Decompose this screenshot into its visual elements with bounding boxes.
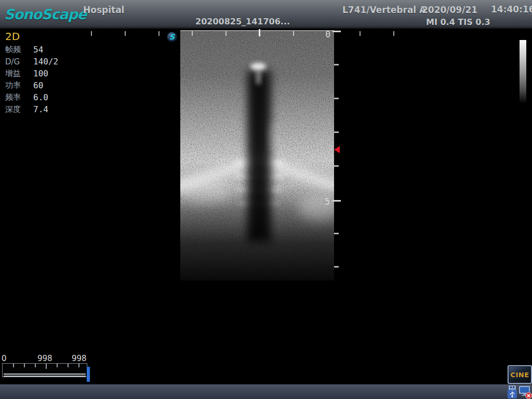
param-value: 60 xyxy=(33,81,43,90)
cine-tick xyxy=(35,364,36,367)
system-date: 2020/09/21 xyxy=(422,5,477,15)
depth-label-0: 0 xyxy=(325,29,330,39)
width-ruler-tick xyxy=(125,31,126,36)
cine-start-label: 0 xyxy=(2,354,7,363)
mode-label: 2D xyxy=(5,30,20,43)
hospital-name: Hospital xyxy=(83,5,124,15)
width-ruler-tick xyxy=(91,31,92,36)
param-label: 功率 xyxy=(5,81,33,90)
param-row-frequency: 频率 6.0 xyxy=(5,91,58,103)
depth-tick xyxy=(334,98,339,99)
usb-icon[interactable] xyxy=(507,385,518,399)
param-value: 140/2 xyxy=(33,57,58,66)
param-value: 7.4 xyxy=(33,104,48,114)
cine-tick xyxy=(57,364,58,367)
param-value: 54 xyxy=(33,45,43,55)
param-value: 6.0 xyxy=(33,92,48,102)
param-row-gain: 增益 100 xyxy=(5,68,58,79)
ultrasound-image xyxy=(180,30,334,281)
param-row-power: 功率 60 xyxy=(5,79,58,91)
param-row-dg: D/G 140/2 xyxy=(5,56,58,68)
cine-mid-label: 998 xyxy=(37,354,52,363)
sonoscape-logo: SonoScape xyxy=(4,6,86,22)
cine-position-cursor[interactable] xyxy=(87,367,90,382)
width-ruler-tick xyxy=(360,31,361,36)
width-ruler-tick xyxy=(225,31,227,36)
s-logo-badge: S xyxy=(167,32,177,42)
cine-scrollbar[interactable] xyxy=(2,363,87,377)
network-error-icon[interactable] xyxy=(518,385,532,399)
cine-tick xyxy=(24,364,25,367)
param-label: 频率 xyxy=(5,92,33,102)
focus-position-marker[interactable] xyxy=(334,146,340,153)
param-label: 深度 xyxy=(5,104,33,114)
width-ruler-center-tick xyxy=(259,29,260,36)
cine-end-label: 998 xyxy=(72,354,87,363)
grayscale-bar xyxy=(520,40,526,103)
cine-tick xyxy=(68,364,69,367)
param-label: 帧频 xyxy=(5,45,33,55)
cine-tick xyxy=(13,364,14,367)
study-id: 20200825_141706... xyxy=(195,17,290,26)
mi-tis-readout: MI 0.4 TIS 0.3 xyxy=(426,17,490,27)
parameter-panel: 帧频 54 D/G 140/2 增益 100 功率 60 频率 6.0 深度 7… xyxy=(5,44,58,115)
probe-preset: L741/Vertebral A xyxy=(342,5,426,15)
top-bar: SonoScape Hospital L741/Vertebral A 2020… xyxy=(0,0,532,29)
depth-tick-major xyxy=(332,200,341,202)
system-time: 14:40:16 xyxy=(491,4,532,15)
depth-tick-major xyxy=(332,31,341,32)
taskbar xyxy=(0,384,532,399)
depth-tick xyxy=(334,233,339,234)
cine-tick xyxy=(46,364,47,369)
width-ruler-tick xyxy=(158,31,159,36)
depth-tick xyxy=(334,64,339,65)
cine-tick xyxy=(78,364,79,367)
width-ruler-tick xyxy=(293,31,294,36)
depth-tick xyxy=(334,131,339,133)
param-value: 100 xyxy=(33,69,48,78)
param-label: D/G xyxy=(5,57,33,66)
depth-tick xyxy=(334,165,339,167)
param-row-depth: 深度 7.4 xyxy=(5,103,58,115)
param-row-frame-rate: 帧频 54 xyxy=(5,44,58,56)
width-ruler-tick xyxy=(192,31,193,36)
cine-track-line xyxy=(4,376,86,377)
cine-button[interactable]: CINE xyxy=(508,365,532,384)
depth-label-5: 5 xyxy=(325,196,330,207)
cine-track-line xyxy=(4,374,86,375)
param-label: 增益 xyxy=(5,69,33,78)
depth-tick xyxy=(334,266,339,268)
width-ruler-tick xyxy=(393,31,394,36)
